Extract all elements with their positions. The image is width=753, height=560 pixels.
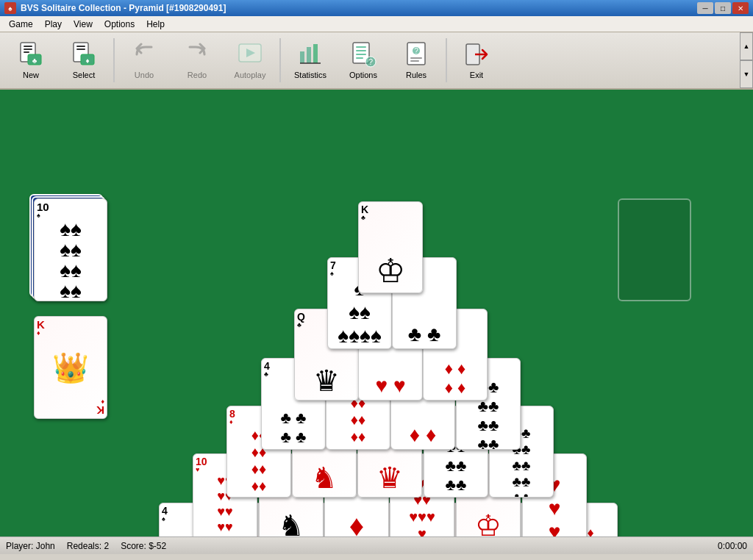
menu-bar: Game Play View Options Help (0, 16, 753, 32)
statistics-icon (297, 41, 324, 68)
options-icon: ? (350, 41, 376, 68)
redo-label: Redo (188, 71, 207, 79)
svg-rect-20 (356, 54, 366, 55)
toolbar-separator-2 (279, 38, 281, 82)
new-label: New (23, 71, 39, 79)
maximize-button[interactable]: □ (715, 2, 731, 14)
score-info: Score: $-52 (121, 541, 166, 551)
toolbar: ♣ New ♦ Select Undo (0, 32, 753, 90)
select-label: Select (73, 71, 96, 79)
discard-slot[interactable] (618, 198, 691, 301)
menu-view[interactable]: View (68, 18, 99, 31)
svg-rect-19 (356, 50, 366, 51)
svg-rect-7 (76, 46, 85, 47)
title-buttons: ─ □ ✕ (697, 2, 749, 14)
redo-icon (184, 41, 210, 68)
svg-rect-14 (307, 47, 311, 63)
svg-text:♦: ♦ (85, 57, 89, 65)
svg-rect-18 (356, 46, 366, 48)
svg-rect-27 (410, 57, 422, 59)
score-label: Score: (121, 541, 146, 551)
undo-label: Undo (135, 71, 154, 79)
svg-rect-3 (24, 51, 29, 53)
select-icon: ♦ (71, 41, 97, 68)
autoplay-icon (237, 41, 263, 68)
stock-top-card[interactable]: 10 ♠ ♠♠♠♠♠♠♠♠♠♠ 10 ♠ (34, 198, 107, 301)
menu-options[interactable]: Options (99, 18, 140, 31)
stock-king-card[interactable]: K ♦ ♦ 👑 K ♦ (34, 316, 107, 419)
close-button[interactable]: ✕ (732, 2, 749, 14)
toolbar-scroll-up[interactable]: ▲ (740, 32, 753, 60)
svg-rect-8 (76, 49, 85, 50)
player-info: Player: John (6, 541, 55, 551)
svg-text:♣: ♣ (32, 57, 38, 65)
svg-rect-1 (24, 46, 32, 47)
exit-button[interactable]: Exit (452, 35, 502, 85)
minimize-button[interactable]: ─ (697, 2, 713, 14)
status-info: Player: John Redeals: 2 Score: $-52 (6, 541, 166, 551)
statistics-label: Statistics (294, 71, 326, 79)
toolbar-separator-3 (446, 38, 447, 82)
svg-rect-21 (356, 57, 363, 59)
options-label: Options (349, 71, 377, 79)
game-area[interactable]: 10 ♠ ♠♠♠♠♠♠♠♠♠♠ 10 ♠ K ♦ ♦ 👑 K ♦ (0, 90, 753, 536)
toolbar-scroll-down[interactable]: ▼ (740, 60, 753, 88)
undo-button[interactable]: Undo (119, 35, 169, 85)
svg-rect-13 (300, 51, 304, 63)
svg-rect-28 (410, 60, 419, 62)
autoplay-label: Autoplay (235, 71, 266, 79)
menu-help[interactable]: Help (140, 18, 171, 31)
autoplay-button[interactable]: Autoplay (225, 35, 275, 85)
status-bar: Player: John Redeals: 2 Score: $-52 0:00… (0, 536, 753, 554)
svg-text:?: ? (414, 47, 418, 55)
player-name: John (36, 541, 55, 551)
new-icon: ♣ (18, 41, 44, 68)
app-icon: ♠ (4, 2, 16, 14)
toolbar-separator-1 (113, 38, 115, 82)
title-left: ♠ BVS Solitaire Collection - Pyramid [#1… (4, 2, 226, 14)
rules-icon: ? (403, 41, 429, 68)
select-button[interactable]: ♦ Select (59, 35, 109, 85)
undo-icon (131, 41, 157, 68)
menu-play[interactable]: Play (39, 18, 68, 31)
new-button[interactable]: ♣ New (6, 35, 56, 85)
svg-text:?: ? (368, 57, 373, 66)
rules-button[interactable]: ? Rules (391, 35, 441, 85)
svg-rect-2 (24, 49, 32, 50)
svg-rect-15 (313, 44, 318, 63)
score-value: $-52 (149, 541, 166, 551)
options-button[interactable]: ? Options (338, 35, 388, 85)
exit-label: Exit (470, 71, 483, 79)
toolbar-scroll[interactable]: ▲ ▼ (740, 32, 753, 88)
menu-game[interactable]: Game (3, 18, 39, 31)
game-timer: 0:00:00 (718, 541, 747, 551)
player-label: Player: (6, 541, 33, 551)
redeals-value: 2 (104, 541, 109, 551)
redeals-label: Redeals: (67, 541, 101, 551)
title-bar: ♠ BVS Solitaire Collection - Pyramid [#1… (0, 0, 753, 16)
window-title: BVS Solitaire Collection - Pyramid [#190… (21, 3, 226, 13)
exit-icon (463, 41, 490, 68)
statistics-button[interactable]: Statistics (285, 35, 335, 85)
redo-button[interactable]: Redo (172, 35, 222, 85)
pyramid-r1-c1[interactable]: K♣ ♔ (358, 201, 423, 293)
redeals-info: Redeals: 2 (67, 541, 109, 551)
rules-label: Rules (406, 71, 427, 79)
